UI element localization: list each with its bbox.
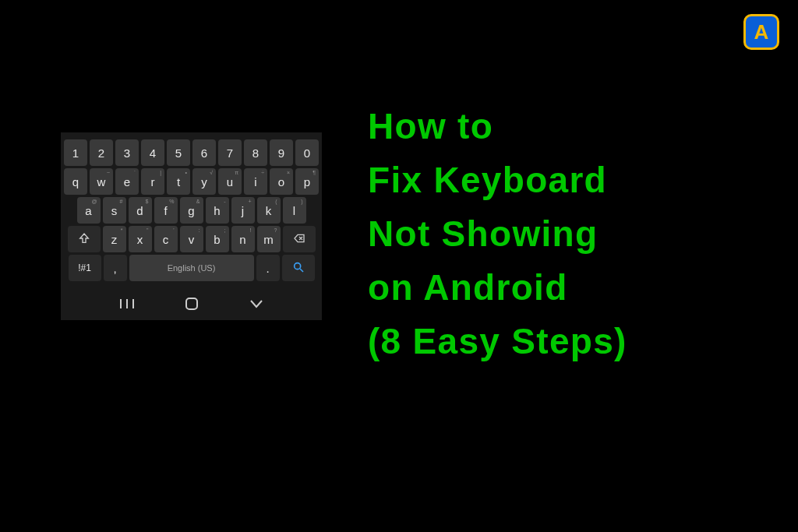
key-backspace[interactable] xyxy=(283,226,316,252)
key-u[interactable]: uπ xyxy=(218,168,242,195)
key-l[interactable]: l) xyxy=(283,197,306,224)
key-b[interactable]: b; xyxy=(206,226,229,252)
keyboard-row-bottom: !#1 , English (US) . xyxy=(63,255,320,281)
key-shift[interactable] xyxy=(68,226,101,252)
key-period[interactable]: . xyxy=(256,255,280,281)
key-2[interactable]: 2 xyxy=(90,139,113,166)
key-6[interactable]: 6 xyxy=(192,139,216,166)
key-d[interactable]: d$ xyxy=(129,197,152,224)
svg-rect-5 xyxy=(186,298,197,309)
keyboard-row-qwerty: q w~ e` r| t• y√ uπ i÷ o× p¶ xyxy=(63,168,320,195)
key-4[interactable]: 4 xyxy=(141,139,164,166)
title-line-4: on Android xyxy=(368,261,627,315)
shift-icon xyxy=(78,232,90,247)
key-f[interactable]: f% xyxy=(154,197,178,224)
key-9[interactable]: 9 xyxy=(270,139,293,166)
android-keyboard: 1 2 3 4 5 6 7 8 9 0 q w~ e` r| t• y√ uπ … xyxy=(61,132,322,320)
key-h[interactable]: h- xyxy=(206,197,229,224)
key-n[interactable]: n! xyxy=(231,226,255,252)
key-y[interactable]: y√ xyxy=(192,168,216,195)
title-line-5: (8 Easy Steps) xyxy=(368,315,627,368)
key-i[interactable]: i÷ xyxy=(244,168,267,195)
nav-recents-icon[interactable] xyxy=(118,295,136,312)
key-t[interactable]: t• xyxy=(167,168,190,195)
search-icon xyxy=(292,261,305,276)
key-comma[interactable]: , xyxy=(104,255,127,281)
article-title: How to Fix Keyboard Not Showing on Andro… xyxy=(368,100,627,368)
nav-back-icon[interactable] xyxy=(248,295,265,312)
key-1[interactable]: 1 xyxy=(64,139,87,166)
key-3[interactable]: 3 xyxy=(115,139,139,166)
logo-letter: A xyxy=(754,20,769,44)
key-o[interactable]: o× xyxy=(270,168,293,195)
key-z[interactable]: z* xyxy=(103,226,126,252)
key-j[interactable]: j+ xyxy=(231,197,255,224)
title-line-2: Fix Keyboard xyxy=(368,153,627,207)
keyboard-row-numbers: 1 2 3 4 5 6 7 8 9 0 xyxy=(63,139,320,166)
android-nav-bar xyxy=(63,295,320,312)
key-k[interactable]: k( xyxy=(257,197,281,224)
title-line-1: How to xyxy=(368,100,627,153)
key-8[interactable]: 8 xyxy=(244,139,267,166)
key-5[interactable]: 5 xyxy=(167,139,190,166)
nav-home-icon[interactable] xyxy=(183,295,200,312)
key-search[interactable] xyxy=(282,255,315,281)
key-q[interactable]: q xyxy=(64,168,87,195)
title-line-3: Not Showing xyxy=(368,207,627,261)
key-0[interactable]: 0 xyxy=(295,139,319,166)
svg-point-0 xyxy=(294,262,300,269)
key-w[interactable]: w~ xyxy=(90,168,113,195)
backspace-icon xyxy=(293,232,305,247)
key-s[interactable]: s# xyxy=(103,197,126,224)
key-p[interactable]: p¶ xyxy=(295,168,319,195)
keyboard-row-zxcv: z* x" c' v: b; n! m? xyxy=(63,226,320,252)
key-g[interactable]: g& xyxy=(180,197,203,224)
key-symbols[interactable]: !#1 xyxy=(69,255,101,281)
brand-logo: A xyxy=(743,14,779,50)
key-r[interactable]: r| xyxy=(141,168,164,195)
svg-line-1 xyxy=(300,269,303,272)
key-m[interactable]: m? xyxy=(257,226,281,252)
key-c[interactable]: c' xyxy=(154,226,178,252)
key-a[interactable]: a@ xyxy=(77,197,101,224)
key-x[interactable]: x" xyxy=(129,226,152,252)
key-e[interactable]: e` xyxy=(115,168,139,195)
key-7[interactable]: 7 xyxy=(218,139,242,166)
key-v[interactable]: v: xyxy=(180,226,203,252)
keyboard-row-asdf: a@ s# d$ f% g& h- j+ k( l) xyxy=(63,197,320,224)
key-space[interactable]: English (US) xyxy=(129,255,254,281)
